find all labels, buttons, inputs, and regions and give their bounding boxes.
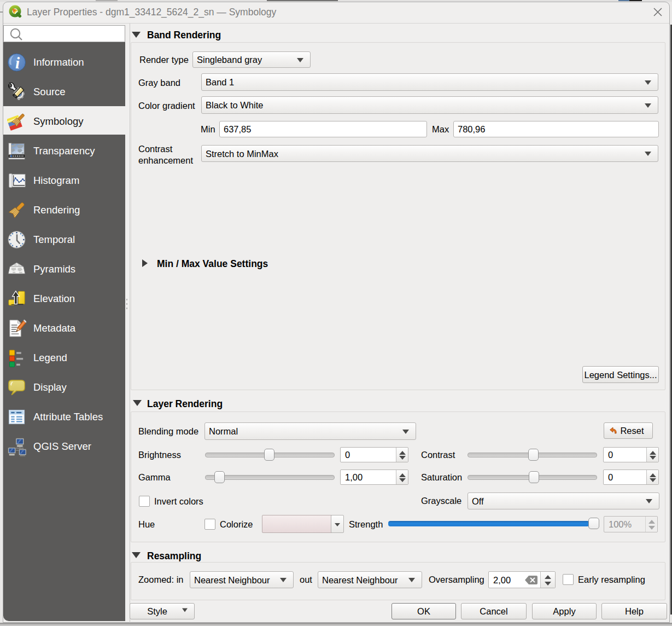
svg-text:i: i — [15, 54, 20, 72]
